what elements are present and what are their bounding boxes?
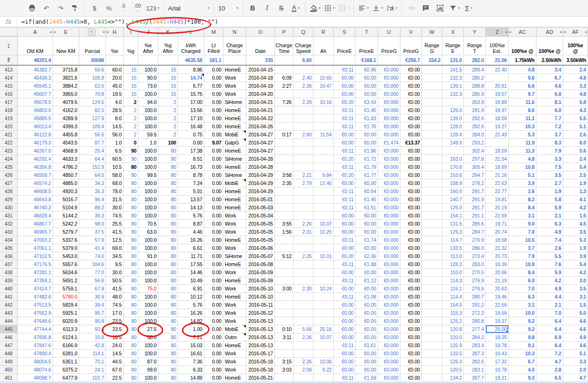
cell-A427[interactable]: 46574.2: [18, 179, 53, 187]
cell-M429[interactable]: 0.00: [204, 196, 223, 204]
cell-A442[interactable]: 47513.5: [18, 301, 53, 309]
cell-G449[interactable]: 70.1: [79, 358, 106, 366]
cell-I426[interactable]: 80: [124, 171, 138, 179]
cell-A418[interactable]: 45803.0: [18, 106, 53, 114]
cell-AC447[interactable]: 9.1: [509, 342, 536, 350]
cell-AD443[interactable]: 7.0: [536, 309, 563, 317]
cell-A421[interactable]: 46122.8: [18, 131, 53, 139]
decrease-decimals-button[interactable]: .0←: [116, 2, 130, 14]
cell-R440[interactable]: 10.24: [314, 285, 334, 293]
cell-Q423[interactable]: [294, 147, 314, 155]
cell-V444[interactable]: €0.00: [400, 317, 422, 325]
cell-V414[interactable]: €0.00: [400, 74, 422, 82]
cell-J440[interactable]: 75.0: [138, 285, 158, 293]
cell-E445[interactable]: 6113.3: [53, 325, 79, 333]
cell-O417[interactable]: 2016-04-21: [246, 98, 275, 106]
cell-AF428[interactable]: 1.3: [563, 187, 588, 196]
cell-N437[interactable]: HomeE: [223, 260, 246, 269]
cell-U420[interactable]: €0.000: [378, 123, 400, 131]
cell-H436[interactable]: 34.5: [106, 252, 124, 260]
cell-AC450[interactable]: 4.0: [509, 366, 536, 374]
cell-A447[interactable]: 47847.6: [18, 342, 53, 350]
cell-Z423[interactable]: 18.59: [486, 147, 509, 155]
cell-P436[interactable]: 5:12: [275, 252, 294, 260]
cell-U1[interactable]: PriceG: [378, 37, 400, 55]
cell-V430[interactable]: €0.00: [400, 204, 422, 212]
cell-O422[interactable]: 2016-04-27: [246, 139, 275, 147]
cell-S446[interactable]: €0.00: [334, 333, 356, 342]
cell-N448[interactable]: Work: [223, 350, 246, 358]
cell-O426[interactable]: 2016-04-29: [246, 171, 275, 179]
cell-Z426[interactable]: 21.16: [486, 171, 509, 179]
cell-S428[interactable]: €0.11: [334, 187, 356, 196]
cell-E424[interactable]: 4633.3: [53, 155, 79, 163]
cell-H439[interactable]: 50.5: [106, 277, 124, 285]
cell-R447[interactable]: [314, 342, 334, 350]
cell-P2[interactable]: [275, 55, 294, 65]
cell-M444[interactable]: 0.00: [204, 317, 223, 325]
unhide-columns-left-icon[interactable]: ◄: [49, 31, 52, 33]
cell-M419[interactable]: 0.00: [204, 114, 223, 123]
cell-E433[interactable]: 5279.7: [53, 228, 79, 236]
cell-Z430[interactable]: 20.19: [486, 204, 509, 212]
cell-M430[interactable]: 0.00: [204, 204, 223, 212]
cell-E436[interactable]: 5453.0: [53, 252, 79, 260]
cell-AD444[interactable]: 6.4: [536, 317, 563, 325]
cell-Y422[interactable]: 293.2: [464, 139, 486, 147]
cell-P413[interactable]: [275, 66, 294, 74]
column-header-H[interactable]: ►H: [106, 28, 124, 36]
cell-O446[interactable]: 2016-05-13: [246, 333, 275, 342]
cell-T435[interactable]: €0.00: [356, 244, 378, 252]
cell-Z437[interactable]: 19.39: [486, 260, 509, 269]
cell-Q434[interactable]: [294, 236, 314, 244]
cell-Y433[interactable]: 284.7: [464, 228, 486, 236]
cell-R414[interactable]: 10.65: [314, 74, 334, 82]
cell-J446[interactable]: 58.0: [138, 333, 158, 342]
cell-Q430[interactable]: [294, 204, 314, 212]
cell-M446[interactable]: 0.00: [204, 333, 223, 342]
cell-AF419[interactable]: 5.5: [563, 114, 588, 123]
cell-N433[interactable]: Work: [223, 228, 246, 236]
cell-S427[interactable]: €0.00: [334, 179, 356, 187]
cell-J425[interactable]: 100.0: [138, 163, 158, 171]
cell-K419[interactable]: 2: [158, 114, 178, 123]
cell-T434[interactable]: €1.74: [356, 236, 378, 244]
cell-L436[interactable]: 11.71: [178, 252, 204, 260]
cell-M448[interactable]: 0.00: [204, 350, 223, 358]
cell-H428[interactable]: 78.0: [106, 187, 124, 196]
cell-L449[interactable]: 7.36: [178, 358, 204, 366]
cell-AD448[interactable]: 7.2: [536, 350, 563, 358]
cell-S431[interactable]: €0.00: [334, 212, 356, 220]
cell-W444[interactable]: [422, 317, 442, 325]
cell-AD449[interactable]: 4.7: [536, 358, 563, 366]
cell-AF415[interactable]: 3.3: [563, 82, 588, 90]
cell-K440[interactable]: 80: [158, 285, 178, 293]
cell-R415[interactable]: 10.47: [314, 82, 334, 90]
cell-Y423[interactable]: 302.4: [464, 147, 486, 155]
cell-J449[interactable]: 87.0: [138, 358, 158, 366]
cell-Q445[interactable]: 5.66: [294, 325, 314, 333]
cell-R441[interactable]: [314, 293, 334, 301]
cell-P448[interactable]: [275, 350, 294, 358]
cell-S448[interactable]: €0.00: [334, 350, 356, 358]
cell-P435[interactable]: [275, 244, 294, 252]
cell-W413[interactable]: [422, 66, 442, 74]
cell-J414[interactable]: 90.0: [138, 74, 158, 82]
cell-AF423[interactable]: 5.6: [563, 147, 588, 155]
cell-J421[interactable]: 59.5: [138, 131, 158, 139]
cell-P424[interactable]: [275, 155, 294, 163]
cell-U438[interactable]: €0.000: [378, 269, 400, 277]
cell-G446[interactable]: 10.8: [79, 333, 106, 342]
cell-V449[interactable]: €0.00: [400, 358, 422, 366]
cell-R428[interactable]: [314, 187, 334, 196]
cell-H432[interactable]: 25.5: [106, 220, 124, 228]
cell-N442[interactable]: Work: [223, 301, 246, 309]
cell-AD424[interactable]: 3.3: [536, 155, 563, 163]
cell-J438[interactable]: 100.0: [138, 269, 158, 277]
cell-L430[interactable]: 14.13: [178, 204, 204, 212]
row-header-428[interactable]: 428: [0, 187, 18, 196]
cell-K429[interactable]: 80: [158, 196, 178, 204]
cell-AD427[interactable]: 2.7: [536, 179, 563, 187]
cell-Y444[interactable]: 280.8: [464, 317, 486, 325]
cell-AC418[interactable]: 8.6: [509, 106, 536, 114]
